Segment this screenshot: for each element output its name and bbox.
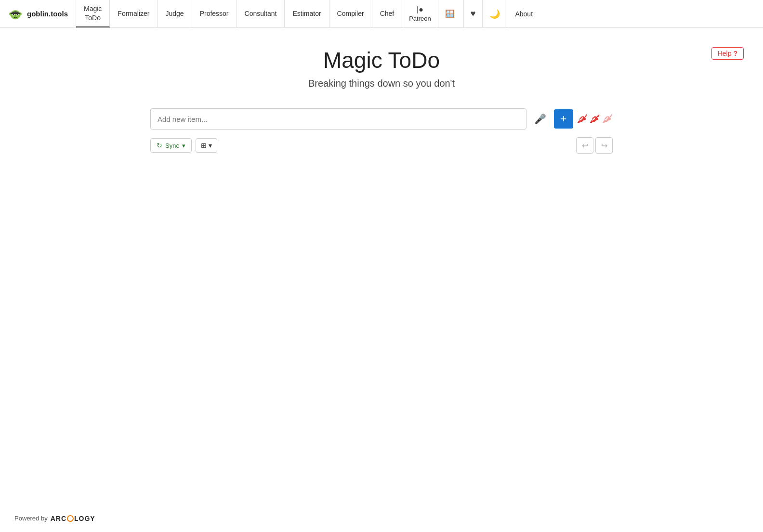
about-label: About: [515, 10, 533, 18]
goblin-logo-icon: [8, 6, 23, 22]
nav-heart-button[interactable]: ♥: [464, 0, 483, 27]
nav-item-formalizer[interactable]: Formalizer: [110, 0, 158, 27]
footer: Powered by ARCLOGY: [0, 505, 763, 532]
expand-button[interactable]: ⊞ ▾: [196, 138, 217, 153]
pepper-3-icon: 🌶: [602, 113, 613, 125]
page-title: Magic ToDo: [323, 47, 440, 73]
brand-name: goblin.tools: [27, 10, 68, 18]
toolbar-left: ↻ Sync ▾ ⊞ ▾: [150, 138, 217, 153]
nav-item-magic-todo[interactable]: MagicToDo: [76, 0, 110, 27]
nav-item-patreon[interactable]: |● Patreon: [402, 0, 438, 27]
page-subtitle: Breaking things down so you don't: [308, 78, 455, 89]
nav-item-judge[interactable]: Judge: [158, 0, 192, 27]
expand-chevron-icon: ▾: [209, 142, 212, 149]
patreon-flag-icon: |●: [417, 5, 423, 14]
nav-darkmode-button[interactable]: 🌙: [483, 0, 507, 27]
arc-o-icon: [67, 515, 74, 522]
help-button[interactable]: Help ?: [711, 47, 744, 60]
add-item-row: 🎤 + 🌶 🌶 🌶: [150, 108, 613, 130]
expand-icon: ⊞: [201, 142, 207, 149]
nav-item-consultant[interactable]: Consultant: [237, 0, 285, 27]
svg-rect-8: [11, 13, 21, 13]
windows-icon: 🪟: [445, 9, 455, 18]
footer-brand: ARCLOGY: [51, 515, 95, 522]
add-icon: +: [561, 113, 567, 125]
heart-icon: ♥: [471, 9, 476, 19]
help-label: Help: [718, 50, 732, 57]
brand-logo[interactable]: goblin.tools: [0, 0, 76, 27]
mic-button[interactable]: 🎤: [530, 109, 550, 129]
redo-icon: ↪: [601, 141, 607, 150]
main-content: Help ? Magic ToDo Breaking things down s…: [0, 28, 763, 505]
add-item-input[interactable]: [150, 108, 526, 130]
sync-chevron-icon: ▾: [182, 142, 185, 149]
sync-icon: ↻: [157, 142, 162, 149]
add-item-button[interactable]: +: [554, 109, 573, 129]
navbar: goblin.tools MagicToDo Formalizer Judge …: [0, 0, 763, 28]
nav-item-chef[interactable]: Chef: [372, 0, 403, 27]
mic-icon: 🎤: [534, 113, 546, 125]
nav-item-estimator[interactable]: Estimator: [285, 0, 329, 27]
sync-label: Sync: [165, 142, 179, 149]
pepper-1-icon: 🌶: [577, 113, 588, 125]
help-question-icon: ?: [733, 50, 737, 57]
patreon-icons: |●: [417, 5, 423, 14]
redo-button[interactable]: ↪: [595, 137, 613, 154]
powered-by-text: Powered by: [14, 515, 48, 522]
moon-icon: 🌙: [489, 9, 500, 19]
patreon-label: Patreon: [409, 15, 431, 22]
toolbar-row: ↻ Sync ▾ ⊞ ▾ ↩ ↪: [150, 137, 613, 154]
spice-level-indicators: 🌶 🌶 🌶: [577, 113, 613, 125]
toolbar-right: ↩ ↪: [576, 137, 613, 154]
svg-point-7: [14, 15, 16, 16]
pepper-2-icon: 🌶: [590, 113, 600, 125]
nav-platform-icons[interactable]: 🪟: [438, 0, 464, 27]
undo-icon: ↩: [582, 141, 588, 150]
nav-items: MagicToDo Formalizer Judge Professor Con…: [76, 0, 763, 27]
nav-item-professor[interactable]: Professor: [192, 0, 237, 27]
sync-button[interactable]: ↻ Sync ▾: [150, 138, 192, 153]
nav-item-compiler[interactable]: Compiler: [329, 0, 372, 27]
nav-item-about[interactable]: About: [507, 0, 540, 27]
undo-button[interactable]: ↩: [576, 137, 593, 154]
